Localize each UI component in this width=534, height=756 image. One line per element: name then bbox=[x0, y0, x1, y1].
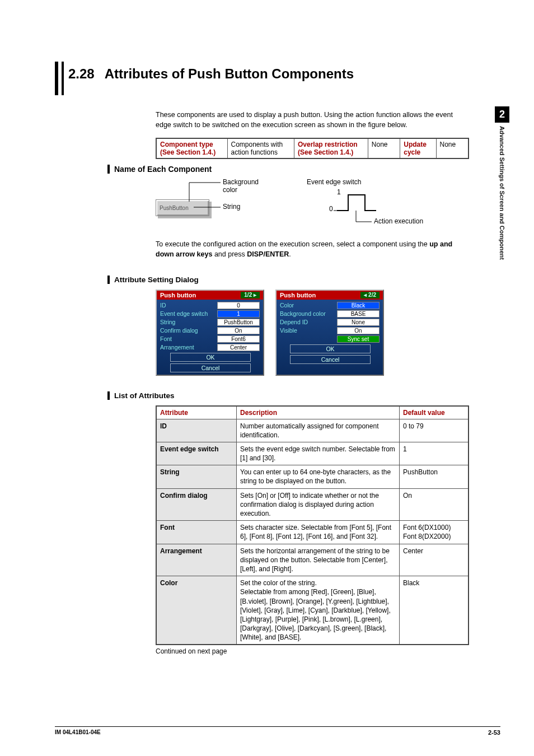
attr-desc-cell: Set the color of the string. Selectable … bbox=[237, 576, 400, 645]
table-row: ArrangementSets the horizontal arrangeme… bbox=[156, 544, 469, 576]
page-footer: IM 04L41B01-04E 2-53 bbox=[55, 726, 500, 736]
dialog-row-label: Visible bbox=[280, 327, 334, 334]
attr-default-cell: Font 6(DX1000) Font 8(DX2000) bbox=[400, 521, 469, 544]
subhead-bar-icon bbox=[107, 276, 110, 284]
attr-name-cell: Event edge switch bbox=[156, 442, 237, 465]
dialog-row-value[interactable]: Sync set bbox=[337, 335, 380, 343]
attr-name-cell: Arrangement bbox=[156, 544, 237, 576]
attr-desc-cell: Sets the event edge switch number. Selec… bbox=[237, 442, 400, 465]
subhead-bar-icon bbox=[107, 391, 110, 400]
dialog-row-value[interactable]: BASE bbox=[337, 310, 380, 318]
subhead-text: List of Attributes bbox=[114, 391, 175, 400]
dialog1-ok-button[interactable]: OK bbox=[170, 353, 251, 362]
dialog-row-value[interactable]: On bbox=[217, 327, 260, 334]
section-heading-bar bbox=[55, 62, 58, 95]
section-number: 2.28 bbox=[68, 66, 95, 82]
dialog-row-value[interactable]: 1 bbox=[217, 310, 260, 318]
dialog-row: Confirm dialogOn bbox=[160, 327, 260, 334]
attr-default-cell: 0 to 79 bbox=[400, 419, 469, 442]
dialog-row-label: Color bbox=[280, 302, 334, 309]
attr-header-default: Default value bbox=[400, 406, 469, 419]
dialog1-body: ID0Event edge switch1StringPushButtonCon… bbox=[157, 300, 263, 351]
info-hdr-overlap: Overlap restriction (See Section 1.4.) bbox=[294, 138, 368, 158]
dialog-row-value[interactable]: 0 bbox=[217, 302, 260, 309]
attr-default-cell: PushButton bbox=[400, 465, 469, 488]
dialog-row: Depend IDNone bbox=[280, 319, 380, 326]
dialog2-cancel-button[interactable]: Cancel bbox=[290, 355, 371, 364]
component-diagram: Background color String PushButton Event… bbox=[156, 178, 500, 231]
dialog-row-value[interactable]: Black bbox=[337, 302, 380, 309]
info-val-update: None bbox=[436, 138, 469, 158]
side-tab: 2 Advanced Settings of Screen and Compon… bbox=[493, 106, 512, 260]
dialog-row-value[interactable]: Font6 bbox=[217, 335, 260, 343]
subhead-name-of-component: Name of Each Component bbox=[107, 165, 500, 174]
table-row: FontSets character size. Selectable from… bbox=[156, 521, 469, 544]
info-hdr-update: Update cycle bbox=[400, 138, 436, 158]
dialog-row: Event edge switch1 bbox=[160, 310, 260, 318]
section-title: Attributes of Push Button Components bbox=[105, 66, 500, 82]
dialog-row-value[interactable]: On bbox=[337, 327, 380, 334]
attr-header-description: Description bbox=[237, 406, 400, 419]
dialog-row: Sync set bbox=[280, 335, 380, 343]
attributes-table: Attribute Description Default value IDNu… bbox=[156, 405, 469, 646]
dialog-row: ArrangementCenter bbox=[160, 344, 260, 351]
attr-desc-cell: Number automatically assigned for compon… bbox=[237, 419, 400, 442]
dialog2-ok-button[interactable]: OK bbox=[290, 344, 371, 353]
dialog-row-value[interactable]: Center bbox=[217, 344, 260, 351]
attr-name-cell: ID bbox=[156, 419, 237, 442]
dialog-row-label: ID bbox=[160, 302, 214, 309]
attr-default-cell: 1 bbox=[400, 442, 469, 465]
footer-right: 2-53 bbox=[488, 729, 500, 736]
dialog1-page-indicator: 1/2 ▸ bbox=[241, 292, 260, 298]
diagram-left-lines bbox=[156, 178, 273, 226]
execution-paragraph: To execute the configured action on the … bbox=[156, 239, 469, 259]
dialog2-body: ColorBlackBackground colorBASEDepend IDN… bbox=[277, 300, 383, 343]
dialog-screenshots: Push button 1/2 ▸ ID0Event edge switch1S… bbox=[156, 290, 500, 376]
attr-name-cell: Font bbox=[156, 521, 237, 544]
diagram-left: Background color String PushButton bbox=[156, 178, 273, 226]
chapter-number: 2 bbox=[495, 106, 509, 123]
table-row: IDNumber automatically assigned for comp… bbox=[156, 419, 469, 442]
dialog-row-label: Event edge switch bbox=[160, 310, 214, 317]
dialog1-titlebar: Push button 1/2 ▸ bbox=[157, 291, 263, 300]
dialog-row: Background colorBASE bbox=[280, 310, 380, 318]
dialog-row-label: Background color bbox=[280, 310, 334, 317]
dialog-row-value[interactable]: None bbox=[337, 319, 380, 326]
dialog1-title: Push button bbox=[160, 292, 196, 298]
chapter-title-vertical: Advanced Settings of Screen and Componen… bbox=[499, 126, 505, 260]
dialog2-page-indicator: ◂ 2/2 bbox=[360, 292, 380, 298]
subhead-text: Attribute Setting Dialog bbox=[114, 276, 199, 284]
dialog-row-label: Font bbox=[160, 335, 214, 342]
dialog2-titlebar: Push button ◂ 2/2 bbox=[277, 291, 383, 300]
table-row: Confirm dialogSets [On] or [Off] to indi… bbox=[156, 488, 469, 521]
dialog-row-value[interactable]: PushButton bbox=[217, 319, 260, 326]
attr-desc-cell: You can enter up to 64 one-byte characte… bbox=[237, 465, 400, 488]
exec-text-a: To execute the configured action on the … bbox=[156, 240, 429, 248]
subhead-attribute-dialog: Attribute Setting Dialog bbox=[107, 276, 500, 284]
table-row: ColorSet the color of the string. Select… bbox=[156, 576, 469, 645]
attr-desc-cell: Sets character size. Selectable from [Fo… bbox=[237, 521, 400, 544]
component-info-table: Component type (See Section 1.4.) Compon… bbox=[156, 138, 469, 159]
table-row: StringYou can enter up to 64 one-byte ch… bbox=[156, 465, 469, 488]
dialog-row: ID0 bbox=[160, 302, 260, 309]
attr-desc-cell: Sets [On] or [Off] to indicate whether o… bbox=[237, 488, 400, 521]
table-row: Event edge switchSets the event edge swi… bbox=[156, 442, 469, 465]
dialog-row: StringPushButton bbox=[160, 319, 260, 326]
exec-text-d: DISP/ENTER bbox=[247, 250, 289, 258]
subhead-list-of-attributes: List of Attributes bbox=[107, 391, 500, 400]
subhead-text: Name of Each Component bbox=[114, 165, 212, 174]
subhead-bar-icon bbox=[107, 165, 110, 174]
attr-name-cell: String bbox=[156, 465, 237, 488]
attr-name-cell: Confirm dialog bbox=[156, 488, 237, 521]
attr-desc-cell: Sets the horizontal arrangement of the s… bbox=[237, 544, 400, 576]
exec-text-c: and press bbox=[212, 250, 247, 258]
dialog-row-label: Depend ID bbox=[280, 319, 334, 325]
dialog-row-label: String bbox=[160, 319, 214, 325]
intro-paragraph: These components are used to display a p… bbox=[156, 110, 469, 130]
diagram-right: Event edge switch 1 0 Action execution bbox=[301, 178, 447, 231]
attr-default-cell: Black bbox=[400, 576, 469, 645]
dialog-row: VisibleOn bbox=[280, 327, 380, 334]
dialog-page1: Push button 1/2 ▸ ID0Event edge switch1S… bbox=[156, 290, 264, 376]
dialog1-cancel-button[interactable]: Cancel bbox=[170, 363, 251, 372]
attr-header-attribute: Attribute bbox=[156, 406, 237, 419]
